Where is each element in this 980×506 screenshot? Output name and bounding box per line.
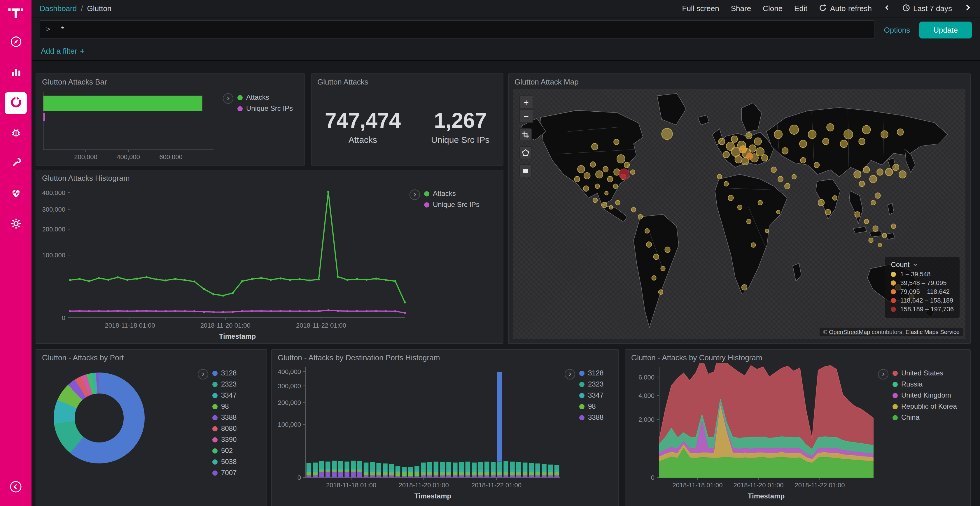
attack-bubble [832,195,837,200]
sidebar-item-visualize[interactable] [5,62,27,84]
attack-map[interactable]: + − [513,89,966,339]
legend-item[interactable]: Unique Src IPs [237,104,293,113]
chevron-left-icon [883,4,891,13]
edit-button[interactable]: Edit [794,4,807,13]
legend-item[interactable]: 7007 [212,469,237,477]
attack-bubble [765,229,768,233]
legend-color-dot [212,382,218,387]
attack-bubble [859,181,865,187]
attack-bubble [864,219,869,224]
legend-item[interactable]: Unique Src IPs [424,200,479,209]
auto-refresh-button[interactable]: Auto-refresh [819,4,872,13]
attack-bubble [661,266,665,271]
dest-ports-chart: 0100,000200,000300,000400,0002018-11-18 … [272,363,565,503]
legend-label: Unique Src IPs [433,200,479,209]
svg-text:100,000: 100,000 [278,421,301,428]
auto-refresh-label: Auto-refresh [830,4,872,13]
full-screen-button[interactable]: Full screen [682,4,719,13]
chevron-down-icon[interactable] [913,260,918,269]
sidebar-item-dashboard[interactable] [5,92,27,114]
attack-bubble [659,290,663,294]
attack-bubble [609,206,613,209]
legend-item[interactable]: China [892,413,957,422]
sidebar-item-dev-tools[interactable] [5,153,27,175]
legend-color-dot [424,191,430,196]
legend-item[interactable]: 502 [212,447,237,455]
add-filter-label: Add a filter [41,47,77,56]
legend-item[interactable]: 2323 [579,380,603,388]
legend-item[interactable]: 3128 [579,369,603,377]
legend-color-dot [892,404,898,409]
legend-item[interactable]: Attacks [237,93,293,102]
clone-button[interactable]: Clone [763,4,783,13]
sidebar-item-apm[interactable] [5,122,27,144]
legend-item[interactable]: 3347 [579,391,603,399]
attack-bubble [897,129,904,136]
attack-bubble-hot [740,146,747,153]
topnav-actions: Full screen Share Clone Edit Auto-refres… [682,3,972,13]
map-rectangle-tool-button[interactable] [519,164,532,177]
sidebar-item-monitoring[interactable] [5,183,27,205]
query-input[interactable]: >_ * [40,21,875,39]
crop-icon [522,130,529,140]
legend-item[interactable]: United States [892,369,957,377]
legend-item[interactable]: Russia [892,380,957,388]
collapse-nav-button[interactable] [5,477,27,499]
sidebar-item-discover[interactable] [5,32,27,54]
map-zoom-out-button[interactable]: − [519,109,533,123]
query-options-link[interactable]: Options [884,25,910,34]
elastic-maps-service-label: Elastic Maps Service [905,329,959,335]
time-range-picker[interactable]: Last 7 days [902,4,952,13]
legend-toggle-icon[interactable] [409,189,420,200]
map-crop-tool-button[interactable] [519,128,532,141]
map-zoom-in-button[interactable]: + [519,95,533,109]
legend-item[interactable]: 8080 [212,424,237,433]
legend-toggle-icon[interactable] [565,369,575,379]
attack-bubble [652,276,656,281]
update-button[interactable]: Update [920,21,972,38]
svg-text:200,000: 200,000 [278,399,301,406]
svg-text:0: 0 [651,474,654,481]
legend-toggle-icon[interactable] [198,369,208,379]
attack-bubble [873,225,878,231]
rectangle-icon [522,166,529,176]
map-polygon-tool-button[interactable] [519,146,532,159]
legend-label: 7007 [221,469,237,477]
svg-text:400,000: 400,000 [117,153,140,160]
legend-item[interactable]: Attacks [424,189,479,198]
legend-item[interactable]: 3347 [212,391,237,399]
breadcrumb-dashboard-link[interactable]: Dashboard [40,4,77,13]
legend-color-dot [892,415,898,420]
legend-item[interactable]: 3388 [579,413,603,422]
legend-color-dot [237,106,243,111]
breadcrumb: Dashboard / Glutton [40,4,111,13]
tmobile-logo[interactable] [7,5,24,22]
legend-label: 5038 [221,458,237,466]
legend-item[interactable]: Republic of Korea [892,402,957,411]
legend-item[interactable]: United Kingdom [892,391,957,399]
legend-label: 2323 [221,380,237,388]
svg-text:300,000: 300,000 [278,382,301,390]
metric-label: Attacks [325,134,401,144]
legend-item[interactable]: 98 [579,402,603,411]
add-filter-link[interactable]: Add a filter+ [41,47,84,56]
attack-bubble [800,157,806,163]
legend-item[interactable]: 3388 [212,413,237,422]
donut-chart[interactable] [54,373,145,463]
attack-bubble [762,154,768,161]
time-forward-button[interactable] [964,3,972,13]
legend-toggle-icon[interactable] [878,369,888,379]
legend-item[interactable]: 3128 [212,369,237,377]
legend-toggle-icon[interactable] [223,93,233,104]
attack-bubble [646,242,652,247]
legend-item[interactable]: 3390 [212,435,237,444]
osm-link[interactable]: OpenStreetMap [829,329,870,335]
sidebar-item-management[interactable] [5,213,27,235]
legend-item[interactable]: 98 [212,402,237,411]
legend-item[interactable]: 5038 [212,458,237,466]
main-content: Dashboard / Glutton Full screen Share Cl… [32,0,980,506]
share-button[interactable]: Share [731,4,751,13]
legend-item[interactable]: 2323 [212,380,237,388]
time-back-button[interactable] [883,4,891,13]
panel-attack-map: Glutton Attack Map + − [508,73,970,344]
